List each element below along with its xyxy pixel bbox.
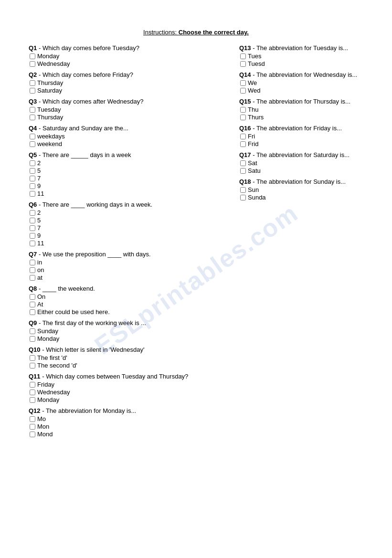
option-q17-1: Satu bbox=[240, 167, 363, 174]
checkbox-q4-1[interactable] bbox=[30, 141, 35, 147]
option-label-q17-1: Satu bbox=[248, 167, 261, 174]
question-text-q16: Q16 - The abbreviation for Friday is... bbox=[239, 125, 363, 132]
option-q6-1: 5 bbox=[30, 217, 230, 224]
option-label-q14-0: We bbox=[248, 79, 257, 86]
checkbox-q1-0[interactable] bbox=[30, 53, 35, 59]
question-block-q8: Q8 - ____ the weekend.OnAtEither could b… bbox=[29, 285, 230, 316]
checkbox-q18-1[interactable] bbox=[240, 195, 246, 200]
quiz-columns: Q1 - Which day comes before Tuesday?Mond… bbox=[29, 44, 363, 442]
checkbox-q12-2[interactable] bbox=[30, 432, 35, 437]
checkbox-q13-1[interactable] bbox=[240, 61, 246, 67]
checkbox-q9-1[interactable] bbox=[30, 336, 35, 342]
checkbox-q1-1[interactable] bbox=[30, 61, 35, 67]
checkbox-q17-1[interactable] bbox=[240, 168, 246, 174]
option-q5-4: 11 bbox=[30, 190, 230, 197]
checkbox-q5-1[interactable] bbox=[30, 168, 35, 174]
option-label-q14-1: Wed bbox=[248, 87, 261, 94]
checkbox-q11-1[interactable] bbox=[30, 390, 35, 395]
checkbox-q12-1[interactable] bbox=[30, 424, 35, 430]
option-label-q16-1: Frid bbox=[248, 140, 258, 147]
option-label-q7-2: at bbox=[37, 274, 42, 281]
question-text-q8: Q8 - ____ the weekend. bbox=[29, 285, 230, 292]
option-q16-0: Fri bbox=[240, 133, 363, 140]
option-label-q5-4: 11 bbox=[37, 190, 44, 197]
option-label-q6-3: 9 bbox=[37, 232, 41, 239]
checkbox-q5-0[interactable] bbox=[30, 160, 35, 166]
checkbox-q8-1[interactable] bbox=[30, 302, 35, 307]
option-q14-1: Wed bbox=[240, 87, 363, 94]
checkbox-q2-0[interactable] bbox=[30, 80, 35, 86]
checkbox-q7-0[interactable] bbox=[30, 260, 35, 265]
checkbox-q8-2[interactable] bbox=[30, 309, 35, 315]
checkbox-q12-0[interactable] bbox=[30, 416, 35, 422]
checkbox-q10-0[interactable] bbox=[30, 355, 35, 361]
checkbox-q6-1[interactable] bbox=[30, 218, 35, 223]
checkbox-q13-0[interactable] bbox=[240, 53, 246, 59]
checkbox-q5-3[interactable] bbox=[30, 183, 35, 189]
question-text-q9: Q9 - The first day of the working week i… bbox=[29, 319, 230, 326]
checkbox-q14-0[interactable] bbox=[240, 80, 246, 86]
question-block-q10: Q10 - Which letter is silent in 'Wednesd… bbox=[29, 346, 230, 369]
checkbox-q16-1[interactable] bbox=[240, 141, 246, 147]
checkbox-q8-0[interactable] bbox=[30, 294, 35, 300]
question-block-q9: Q9 - The first day of the working week i… bbox=[29, 319, 230, 342]
checkbox-q16-0[interactable] bbox=[240, 134, 246, 139]
option-q2-1: Saturday bbox=[30, 87, 230, 94]
checkbox-q6-2[interactable] bbox=[30, 225, 35, 231]
option-q9-1: Monday bbox=[30, 335, 230, 342]
question-text-q14: Q14 - The abbreviation for Wednesday is.… bbox=[239, 71, 363, 78]
option-q11-2: Monday bbox=[30, 396, 230, 403]
option-q4-0: weekdays bbox=[30, 133, 230, 140]
option-label-q1-1: Wednesday bbox=[37, 60, 70, 67]
checkbox-q15-0[interactable] bbox=[240, 107, 246, 113]
instructions-prefix: Instructions: bbox=[143, 29, 179, 36]
question-text-q7: Q7 - We use the preposition ____ with da… bbox=[29, 251, 230, 258]
checkbox-q14-1[interactable] bbox=[240, 88, 246, 94]
checkbox-q7-2[interactable] bbox=[30, 275, 35, 281]
instructions-bold: Choose the correct day. bbox=[179, 29, 249, 36]
option-q14-0: We bbox=[240, 79, 363, 86]
checkbox-q6-0[interactable] bbox=[30, 210, 35, 216]
question-text-q12: Q12 - The abbreviation for Monday is... bbox=[29, 407, 230, 414]
question-block-q1: Q1 - Which day comes before Tuesday?Mond… bbox=[29, 44, 230, 67]
checkbox-q2-1[interactable] bbox=[30, 88, 35, 94]
checkbox-q10-1[interactable] bbox=[30, 363, 35, 368]
option-label-q9-1: Monday bbox=[37, 335, 59, 342]
question-block-q6: Q6 - There are ____ working days in a we… bbox=[29, 201, 230, 247]
option-label-q12-1: Mon bbox=[37, 423, 49, 430]
option-q13-0: Tues bbox=[240, 53, 363, 60]
option-label-q5-2: 7 bbox=[37, 175, 41, 182]
checkbox-q9-0[interactable] bbox=[30, 328, 35, 334]
checkbox-q11-2[interactable] bbox=[30, 397, 35, 403]
option-label-q13-0: Tues bbox=[248, 53, 261, 60]
question-block-q3: Q3 - Which day comes after Wednesday?Tue… bbox=[29, 98, 230, 121]
option-q5-2: 7 bbox=[30, 175, 230, 182]
option-q8-0: On bbox=[30, 293, 230, 300]
option-q6-3: 9 bbox=[30, 232, 230, 239]
option-label-q8-0: On bbox=[37, 293, 45, 300]
question-block-q5: Q5 - There are _____ days in a week25791… bbox=[29, 151, 230, 197]
option-label-q7-0: in bbox=[37, 259, 42, 266]
checkbox-q3-0[interactable] bbox=[30, 107, 35, 113]
option-label-q9-0: Sunday bbox=[37, 327, 58, 335]
question-text-q4: Q4 - Saturday and Sunday are the... bbox=[29, 125, 230, 132]
checkbox-q4-0[interactable] bbox=[30, 134, 35, 139]
checkbox-q11-0[interactable] bbox=[30, 382, 35, 388]
checkbox-q15-1[interactable] bbox=[240, 115, 246, 120]
checkbox-q7-1[interactable] bbox=[30, 267, 35, 273]
checkbox-q18-0[interactable] bbox=[240, 187, 246, 193]
option-q5-1: 5 bbox=[30, 167, 230, 174]
option-q1-1: Wednesday bbox=[30, 60, 230, 67]
question-block-q14: Q14 - The abbreviation for Wednesday is.… bbox=[239, 71, 363, 94]
option-label-q11-0: Friday bbox=[37, 381, 54, 388]
checkbox-q17-0[interactable] bbox=[240, 160, 246, 166]
checkbox-q5-4[interactable] bbox=[30, 191, 35, 197]
checkbox-q6-4[interactable] bbox=[30, 241, 35, 246]
checkbox-q5-2[interactable] bbox=[30, 176, 35, 181]
option-q5-3: 9 bbox=[30, 182, 230, 190]
checkbox-q6-3[interactable] bbox=[30, 233, 35, 239]
option-label-q12-2: Mond bbox=[37, 431, 53, 438]
option-q6-2: 7 bbox=[30, 224, 230, 232]
option-label-q6-2: 7 bbox=[37, 224, 41, 232]
checkbox-q3-1[interactable] bbox=[30, 115, 35, 120]
